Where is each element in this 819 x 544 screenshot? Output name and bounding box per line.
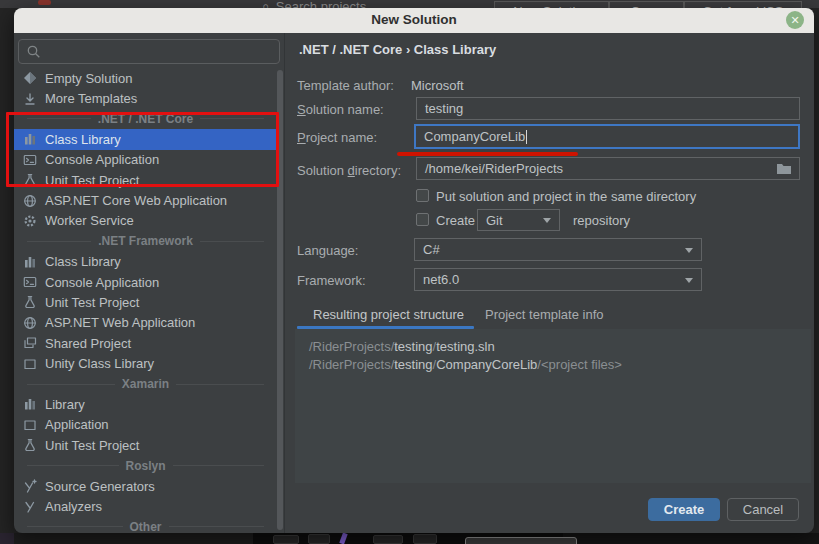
sidebar-item-label: Source Generators bbox=[45, 479, 155, 494]
annotation-rectangle bbox=[6, 112, 279, 187]
solution-icon bbox=[23, 71, 38, 85]
sidebar-item-label: Worker Service bbox=[45, 213, 134, 228]
open-button[interactable]: Open bbox=[609, 1, 684, 8]
sidebar-item[interactable]: ASP.NET Web Application bbox=[14, 313, 277, 333]
solution-name-value: testing bbox=[425, 101, 463, 116]
globe-icon bbox=[23, 316, 38, 330]
language-value: C# bbox=[423, 242, 440, 257]
sidebar-item-label: Unit Test Project bbox=[45, 295, 139, 310]
language-select[interactable]: C# bbox=[414, 238, 702, 261]
project-name-label: Project name: bbox=[297, 130, 377, 145]
project-name-value: CompanyCoreLib bbox=[424, 129, 525, 144]
desktop-background bbox=[0, 533, 819, 544]
create-repository-checkbox[interactable] bbox=[416, 213, 429, 226]
sidebar-item-label: Class Library bbox=[45, 254, 121, 269]
chevron-down-icon bbox=[543, 218, 551, 223]
section-header: Other bbox=[14, 517, 277, 533]
tab-project-template-info[interactable]: Project template info bbox=[485, 307, 604, 322]
square-icon bbox=[23, 357, 38, 371]
sidebar-item[interactable]: Worker Service bbox=[14, 211, 277, 231]
new-solution-button[interactable]: New Solution bbox=[494, 1, 609, 8]
text-caret bbox=[526, 130, 527, 144]
sidebar-item[interactable]: More Templates bbox=[14, 88, 277, 108]
resulting-structure-panel: /RiderProjects/testing/testing.sln/Rider… bbox=[295, 329, 811, 483]
sidebar-item[interactable]: Library bbox=[14, 394, 277, 414]
language-label: Language: bbox=[297, 243, 358, 258]
solution-directory-input[interactable]: /home/kei/RiderProjects bbox=[416, 157, 800, 180]
background-button-fragment bbox=[465, 537, 577, 544]
create-button[interactable]: Create bbox=[648, 498, 720, 521]
sidebar-item[interactable]: Unit Test Project bbox=[14, 292, 277, 312]
flask-icon bbox=[23, 295, 38, 309]
globe-icon bbox=[23, 194, 38, 208]
library-icon bbox=[23, 255, 38, 269]
search-icon: ⌕ bbox=[262, 0, 270, 8]
section-header: .NET Framework bbox=[14, 231, 277, 251]
gamma-sparkle-icon bbox=[23, 479, 38, 493]
sidebar-item[interactable]: Console Application bbox=[14, 272, 277, 292]
sidebar-item-label: Console Application bbox=[45, 275, 159, 290]
sidebar-item-label: Unity Class Library bbox=[45, 356, 154, 371]
square-icon bbox=[23, 418, 38, 432]
cancel-button[interactable]: Cancel bbox=[727, 498, 799, 521]
solution-directory-label: Solution directory: bbox=[297, 163, 401, 178]
tab-resulting-project-structure[interactable]: Resulting project structure bbox=[313, 307, 464, 322]
project-name-input[interactable]: CompanyCoreLib bbox=[414, 124, 800, 149]
sidebar-item-label: More Templates bbox=[45, 91, 137, 106]
sidebar-item[interactable]: Unit Test Project bbox=[14, 435, 277, 455]
template-search-input[interactable] bbox=[18, 39, 280, 64]
sidebar-item[interactable]: Empty Solution bbox=[14, 68, 277, 88]
sidebar-item-label: Library bbox=[45, 397, 85, 412]
solution-name-label: Solution name: bbox=[297, 102, 384, 117]
vcs-select[interactable]: Git bbox=[477, 209, 560, 231]
gear-icon bbox=[23, 214, 38, 228]
sidebar-item-label: ASP.NET Web Application bbox=[45, 315, 195, 330]
gamma-icon bbox=[23, 499, 38, 513]
sidebar-item[interactable]: Analyzers bbox=[14, 496, 277, 516]
same-directory-checkbox[interactable] bbox=[416, 189, 429, 202]
framework-select[interactable]: net6.0 bbox=[414, 268, 702, 291]
breadcrumb: .NET / .NET Core › Class Library bbox=[299, 42, 496, 57]
create-repository-label: Create bbox=[436, 213, 475, 228]
background-fragment bbox=[0, 533, 14, 544]
sidebar-item-label: Shared Project bbox=[45, 336, 131, 351]
structure-line: /RiderProjects/testing/CompanyCoreLib/<p… bbox=[309, 356, 811, 374]
template-author-value: Microsoft bbox=[411, 78, 464, 93]
dialog-titlebar: New Solution ✕ bbox=[14, 8, 814, 33]
framework-label: Framework: bbox=[297, 273, 366, 288]
dialog-title: New Solution bbox=[14, 12, 814, 27]
background-fragment bbox=[14, 533, 253, 544]
sidebar-item[interactable]: Class Library bbox=[14, 252, 277, 272]
folder-icon[interactable] bbox=[776, 162, 792, 175]
sidebar-item[interactable]: Unity Class Library bbox=[14, 353, 277, 373]
chevron-down-icon bbox=[685, 278, 693, 283]
sidebar-item[interactable]: ASP.NET Core Web Application bbox=[14, 190, 277, 210]
close-icon[interactable]: ✕ bbox=[786, 11, 804, 29]
section-header: Roslyn bbox=[14, 455, 277, 475]
download-icon bbox=[23, 92, 38, 106]
sidebar-item-label: Empty Solution bbox=[45, 71, 132, 86]
section-header: Xamarin bbox=[14, 374, 277, 394]
sidebar-item[interactable]: Application bbox=[14, 415, 277, 435]
sidebar-item-label: Application bbox=[45, 417, 109, 432]
flask-icon bbox=[23, 438, 38, 452]
structure-line: /RiderProjects/testing/testing.sln bbox=[309, 338, 811, 356]
sidebar-item-label: ASP.NET Core Web Application bbox=[45, 193, 227, 208]
solution-settings-panel: .NET / .NET Core › Class Library Templat… bbox=[285, 33, 814, 533]
get-from-vcs-button[interactable]: Get from VCS bbox=[684, 1, 802, 8]
background-toolbar: ⌕Search projects New Solution Open Get f… bbox=[0, 0, 819, 8]
template-author-label: Template author: bbox=[297, 78, 394, 93]
terminal-icon bbox=[23, 275, 38, 289]
solution-name-input[interactable]: testing bbox=[416, 97, 800, 120]
new-solution-dialog: New Solution ✕ Empty SolutionMore Templa… bbox=[14, 8, 814, 533]
background-search-field[interactable]: ⌕Search projects bbox=[262, 0, 366, 8]
sidebar-item-label: Analyzers bbox=[45, 499, 102, 514]
shared-project-icon bbox=[23, 336, 38, 350]
vcs-value: Git bbox=[486, 213, 503, 228]
template-sidebar: Empty SolutionMore Templates.NET / .NET … bbox=[14, 33, 285, 533]
sidebar-item[interactable]: Shared Project bbox=[14, 333, 277, 353]
annotation-underline bbox=[397, 152, 578, 156]
solution-directory-value: /home/kei/RiderProjects bbox=[425, 161, 563, 176]
app-logo bbox=[38, 0, 51, 5]
sidebar-item[interactable]: Source Generators bbox=[14, 476, 277, 496]
